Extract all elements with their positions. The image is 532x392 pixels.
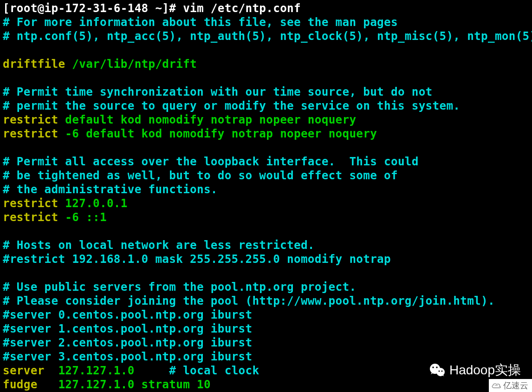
terminal-segment: restrict xyxy=(3,196,58,210)
terminal-line: restrict -6 default kod nomodify notrap … xyxy=(3,127,529,141)
terminal-segment: # Permit time synchronization with our t… xyxy=(3,85,433,98)
terminal-segment: # Use public servers from the pool.ntp.o… xyxy=(3,280,356,294)
terminal-line: #restrict 192.168.1.0 mask 255.255.255.0… xyxy=(3,252,529,266)
svg-point-2 xyxy=(432,366,434,368)
terminal-line: #server 2.centos.pool.ntp.org iburst xyxy=(3,336,529,350)
terminal-segment: #server 0.centos.pool.ntp.org iburst xyxy=(3,308,252,321)
terminal-line: # the administrative functions. xyxy=(3,183,529,196)
terminal-segment: # Please consider joining the pool (http… xyxy=(3,294,495,307)
terminal-segment: fudge xyxy=(3,378,38,391)
svg-point-5 xyxy=(441,371,442,372)
terminal-segment: #server 1.centos.pool.ntp.org iburst xyxy=(3,322,252,335)
terminal-segment: #restrict 192.168.1.0 mask 255.255.255.0… xyxy=(3,252,391,266)
terminal-line: [root@ip-172-31-6-148 ~]# vim /etc/ntp.c… xyxy=(3,1,529,15)
cloud-icon xyxy=(491,381,502,390)
terminal-line: # be tightened as well, but to do so wou… xyxy=(3,169,529,183)
terminal-segment: default kod nomodify notrap nopeer noque… xyxy=(58,113,356,126)
watermark-ysy-text: 亿速云 xyxy=(503,380,528,391)
terminal-line xyxy=(3,141,529,155)
terminal-segment xyxy=(3,224,10,238)
terminal-segment: # Permit all access over the loopback in… xyxy=(3,155,419,168)
wechat-icon xyxy=(429,362,446,379)
svg-point-1 xyxy=(436,368,445,376)
terminal-line: # ntp.conf(5), ntp_acc(5), ntp_auth(5), … xyxy=(3,29,529,43)
terminal-line: # Please consider joining the pool (http… xyxy=(3,294,529,308)
terminal-segment: # local clock xyxy=(169,364,259,377)
terminal-segment: # ntp.conf(5), ntp_acc(5), ntp_auth(5), … xyxy=(3,29,532,43)
terminal-segment: -6 ::1 xyxy=(58,210,107,224)
terminal-segment: /var/lib/ntp/drift xyxy=(65,57,197,71)
watermark-hadoop-text: Hadoop实操 xyxy=(449,361,521,379)
terminal-line: #server 1.centos.pool.ntp.org iburst xyxy=(3,322,529,336)
terminal-segment: #server 3.centos.pool.ntp.org iburst xyxy=(3,350,252,363)
terminal-line xyxy=(3,43,529,57)
terminal-segment: driftfile xyxy=(3,57,65,71)
terminal-line: # Use public servers from the pool.ntp.o… xyxy=(3,280,529,294)
terminal-segment: server xyxy=(3,364,45,377)
terminal-segment xyxy=(3,266,10,280)
svg-point-4 xyxy=(438,371,440,372)
terminal-segment: # be tightened as well, but to do so wou… xyxy=(3,169,398,182)
terminal-line: #server 0.centos.pool.ntp.org iburst xyxy=(3,308,529,322)
terminal-line: fudge 127.127.1.0 stratum 10 xyxy=(3,378,529,392)
terminal-vim-editor[interactable]: [root@ip-172-31-6-148 ~]# vim /etc/ntp.c… xyxy=(0,0,532,392)
terminal-segment: # Hosts on local network are less restri… xyxy=(3,238,315,252)
terminal-segment: #server 2.centos.pool.ntp.org iburst xyxy=(3,336,252,349)
terminal-line xyxy=(3,71,529,85)
terminal-line: # Hosts on local network are less restri… xyxy=(3,238,529,252)
terminal-line: restrict 127.0.0.1 xyxy=(3,196,529,210)
terminal-segment: [root@ip-172-31-6-148 ~]# xyxy=(3,1,183,15)
terminal-segment xyxy=(3,141,10,154)
terminal-segment: -6 default kod nomodify notrap nopeer no… xyxy=(58,127,377,140)
terminal-segment: # the administrative functions. xyxy=(3,183,218,196)
terminal-line xyxy=(3,224,529,238)
terminal-segment: restrict xyxy=(3,113,58,126)
watermark-hadoop: Hadoop实操 xyxy=(429,361,521,379)
terminal-line: # For more information about this file, … xyxy=(3,15,529,29)
terminal-line: restrict default kod nomodify notrap nop… xyxy=(3,113,529,127)
terminal-segment: 127.127.1.0 stratum 10 xyxy=(38,378,211,391)
terminal-segment: 127.0.0.1 xyxy=(58,196,127,210)
svg-point-3 xyxy=(436,366,438,368)
terminal-line: driftfile /var/lib/ntp/drift xyxy=(3,57,529,71)
terminal-segment: restrict xyxy=(3,127,58,140)
terminal-segment: restrict xyxy=(3,210,58,224)
watermark-ysy: 亿速云 xyxy=(489,379,532,392)
terminal-segment: 127.127.1.0 xyxy=(45,364,169,377)
terminal-line: # Permit time synchronization with our t… xyxy=(3,85,529,99)
terminal-segment: # permit the source to query or modify t… xyxy=(3,99,460,112)
terminal-line: # permit the source to query or modify t… xyxy=(3,99,529,113)
terminal-segment: # For more information about this file, … xyxy=(3,15,398,29)
terminal-line xyxy=(3,266,529,280)
terminal-segment xyxy=(3,43,10,57)
terminal-line: # Permit all access over the loopback in… xyxy=(3,155,529,169)
terminal-segment xyxy=(3,71,10,85)
terminal-line: restrict -6 ::1 xyxy=(3,210,529,224)
terminal-segment: vim /etc/ntp.conf xyxy=(183,1,301,15)
